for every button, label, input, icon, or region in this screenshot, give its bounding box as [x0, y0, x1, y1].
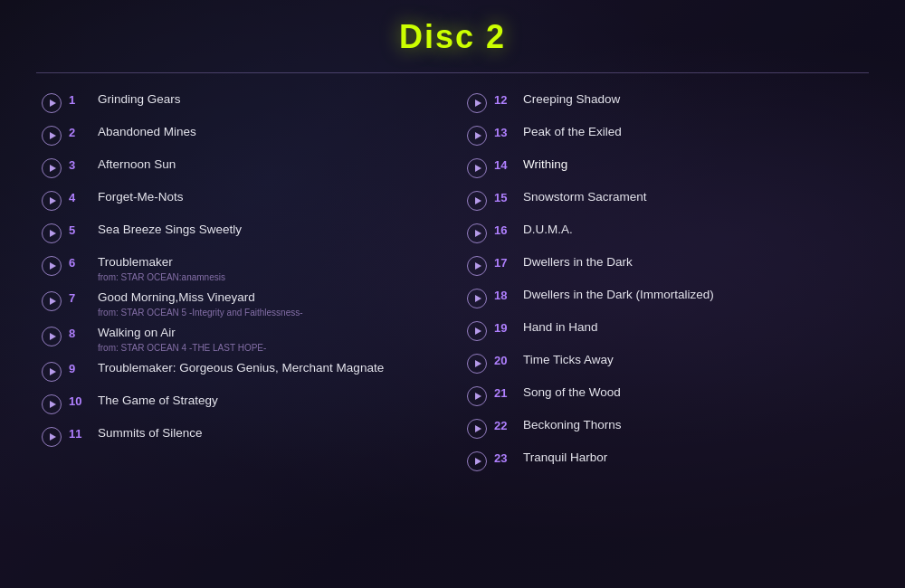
play-button[interactable]: [42, 291, 62, 311]
play-button[interactable]: [42, 427, 62, 447]
track-number: 22: [494, 419, 518, 432]
track-item[interactable]: 4Forget-Me-Nots: [36, 185, 443, 218]
track-number: 4: [69, 191, 92, 204]
track-name: Dwellers in the Dark (Immortalized): [523, 287, 714, 304]
track-number: 8: [69, 327, 92, 340]
play-button[interactable]: [42, 126, 62, 146]
right-column: 12Creeping Shadow13Peak of the Exiled14W…: [462, 88, 869, 479]
track-item[interactable]: 21Song of the Wood: [462, 381, 869, 413]
play-button[interactable]: [467, 289, 487, 308]
track-name: Sea Breeze Sings Sweetly: [98, 222, 242, 239]
track-info: Good Morning,Miss Vineyardfrom: STAR OCE…: [98, 289, 303, 318]
play-button[interactable]: [467, 354, 487, 374]
play-button[interactable]: [42, 191, 62, 211]
track-number: 13: [494, 126, 518, 139]
track-name: Snowstorm Sacrament: [523, 189, 647, 206]
track-name: Song of the Wood: [523, 384, 621, 402]
track-name: Dwellers in the Dark: [523, 254, 633, 271]
track-info: D.U.M.A.: [523, 222, 573, 239]
track-number: 5: [69, 223, 92, 237]
track-number: 20: [494, 354, 518, 367]
track-info: Dwellers in the Dark (Immortalized): [523, 287, 714, 304]
play-button[interactable]: [42, 93, 62, 113]
play-button[interactable]: [42, 394, 62, 414]
track-item[interactable]: 1Grinding Gears: [36, 88, 443, 120]
track-item[interactable]: 17Dwellers in the Dark: [462, 251, 869, 283]
track-item[interactable]: 15Snowstorm Sacrament: [462, 185, 869, 218]
track-item[interactable]: 9Troublemaker: Gorgeous Genius, Merchant…: [36, 356, 443, 389]
track-info: Creeping Shadow: [523, 91, 620, 109]
play-button[interactable]: [467, 126, 487, 146]
track-item[interactable]: 23Tranquil Harbor: [462, 446, 869, 479]
track-item[interactable]: 6Troublemakerfrom: STAR OCEAN:anamnesis: [36, 251, 443, 286]
track-item[interactable]: 18Dwellers in the Dark (Immortalized): [462, 283, 869, 316]
divider: [36, 72, 869, 73]
track-name: The Game of Strategy: [98, 393, 218, 410]
track-name: Good Morning,Miss Vineyard: [98, 289, 303, 307]
track-subtitle: from: STAR OCEAN 5 -Integrity and Faithl…: [98, 308, 303, 318]
main-content: Disc 2 1Grinding Gears2Abandoned Mines3A…: [0, 0, 905, 588]
track-item[interactable]: 14Writhing: [462, 153, 869, 185]
play-button[interactable]: [42, 158, 62, 178]
play-button[interactable]: [42, 362, 62, 382]
track-item[interactable]: 2Abandoned Mines: [36, 120, 443, 153]
track-number: 6: [69, 256, 92, 270]
track-item[interactable]: 19Hand in Hand: [462, 316, 869, 348]
track-item[interactable]: 7Good Morning,Miss Vineyardfrom: STAR OC…: [36, 286, 443, 321]
track-info: Sea Breeze Sings Sweetly: [98, 222, 242, 239]
track-name: Abandoned Mines: [98, 124, 196, 141]
track-name: Tranquil Harbor: [523, 450, 607, 467]
track-info: Tranquil Harbor: [523, 450, 607, 467]
track-info: Troublemakerfrom: STAR OCEAN:anamnesis: [98, 254, 225, 282]
track-number: 23: [494, 451, 518, 465]
track-name: D.U.M.A.: [523, 222, 573, 239]
play-button[interactable]: [42, 256, 62, 276]
play-button[interactable]: [467, 419, 487, 439]
track-item[interactable]: 3Afternoon Sun: [36, 153, 443, 185]
play-button[interactable]: [467, 256, 487, 276]
play-button[interactable]: [467, 321, 487, 341]
track-name: Time Ticks Away: [523, 352, 614, 369]
track-number: 18: [494, 289, 518, 302]
track-info: Time Ticks Away: [523, 352, 614, 369]
track-name: Writhing: [523, 156, 567, 174]
track-number: 2: [69, 126, 92, 139]
track-item[interactable]: 8Walking on Airfrom: STAR OCEAN 4 -THE L…: [36, 321, 443, 356]
track-subtitle: from: STAR OCEAN 4 -THE LAST HOPE-: [98, 343, 266, 353]
track-number: 16: [494, 223, 518, 237]
track-item[interactable]: 22Beckoning Thorns: [462, 413, 869, 446]
track-item[interactable]: 11Summits of Silence: [36, 422, 443, 454]
track-name: Troublemaker: Gorgeous Genius, Merchant …: [98, 360, 384, 377]
track-info: Walking on Airfrom: STAR OCEAN 4 -THE LA…: [98, 325, 266, 353]
track-item[interactable]: 10The Game of Strategy: [36, 389, 443, 422]
track-number: 7: [69, 291, 92, 305]
track-item[interactable]: 5Sea Breeze Sings Sweetly: [36, 218, 443, 251]
track-info: Forget-Me-Nots: [98, 189, 184, 206]
play-button[interactable]: [467, 223, 487, 243]
play-button[interactable]: [467, 158, 487, 178]
track-number: 1: [69, 93, 92, 107]
play-button[interactable]: [467, 386, 487, 406]
track-number: 11: [69, 427, 92, 441]
track-info: Afternoon Sun: [98, 156, 176, 174]
track-number: 9: [69, 362, 92, 375]
track-grid: 1Grinding Gears2Abandoned Mines3Afternoo…: [36, 88, 869, 479]
track-number: 10: [69, 394, 92, 408]
play-button[interactable]: [42, 223, 62, 243]
track-item[interactable]: 13Peak of the Exiled: [462, 120, 869, 153]
track-number: 14: [494, 158, 518, 172]
track-item[interactable]: 20Time Ticks Away: [462, 348, 869, 381]
play-button[interactable]: [467, 451, 487, 471]
track-item[interactable]: 12Creeping Shadow: [462, 88, 869, 120]
track-item[interactable]: 16D.U.M.A.: [462, 218, 869, 251]
track-number: 12: [494, 93, 518, 107]
play-button[interactable]: [42, 327, 62, 346]
disc-title: Disc 2: [36, 18, 869, 56]
play-button[interactable]: [467, 191, 487, 211]
play-button[interactable]: [467, 93, 487, 113]
track-number: 21: [494, 386, 518, 400]
track-name: Troublemaker: [98, 254, 225, 271]
track-name: Summits of Silence: [98, 425, 203, 442]
track-info: Song of the Wood: [523, 384, 621, 402]
track-name: Beckoning Thorns: [523, 417, 622, 434]
